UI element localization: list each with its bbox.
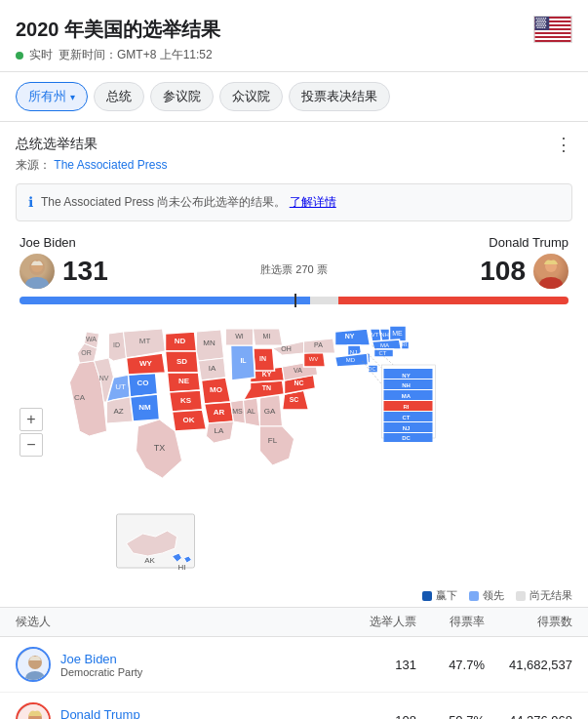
biden-electoral-votes: 131 — [62, 256, 108, 287]
svg-text:AL: AL — [247, 408, 255, 415]
svg-text:VT: VT — [372, 332, 379, 338]
svg-point-24 — [545, 21, 546, 22]
map-controls: + − — [20, 408, 43, 457]
svg-text:OH: OH — [281, 345, 292, 352]
map-legend: 赢下 领先 尚无结果 — [0, 584, 588, 607]
candidates-row: Joe Biden 131 胜选票 270 票 Donal — [16, 235, 572, 289]
svg-point-13 — [545, 18, 546, 19]
svg-text:NV: NV — [99, 375, 109, 381]
zoom-in-button[interactable]: + — [20, 408, 43, 431]
svg-text:DC: DC — [402, 435, 411, 441]
trump-table-avatar — [16, 702, 51, 719]
svg-text:NY: NY — [402, 373, 410, 379]
biden-info: Joe Biden Democratic Party — [60, 652, 142, 678]
svg-text:WI: WI — [235, 333, 244, 340]
svg-text:MT: MT — [139, 337, 151, 345]
svg-text:MO: MO — [210, 385, 222, 394]
page-title-row: 2020 年美国的选举结果 — [16, 16, 572, 43]
section-title-row: 总统选举结果 ⋮ — [16, 134, 572, 155]
svg-text:KY: KY — [262, 371, 272, 378]
biden-electoral-table: 131 — [338, 658, 416, 672]
svg-text:MA: MA — [380, 342, 389, 348]
table-header: 候选人 选举人票 得票率 得票数 — [0, 607, 588, 637]
more-options-button[interactable]: ⋮ — [555, 134, 572, 155]
svg-text:IN: IN — [259, 355, 266, 362]
progress-bar-wrapper — [20, 297, 568, 304]
trump-votes-table: 44,276,968 — [485, 713, 572, 720]
svg-text:MS: MS — [232, 408, 243, 415]
svg-text:NH: NH — [402, 382, 411, 388]
info-icon: ℹ — [28, 194, 33, 210]
trump-table-name[interactable]: Donald Trump — [60, 707, 142, 720]
svg-text:PA: PA — [314, 341, 323, 348]
presidential-section: 总统选举结果 ⋮ 来源： The Associated Press ℹ The … — [0, 122, 588, 316]
svg-text:NH: NH — [380, 332, 389, 338]
svg-text:VA: VA — [294, 367, 302, 374]
svg-text:WY: WY — [139, 359, 153, 368]
legend-no-result: 尚无结果 — [516, 588, 572, 603]
svg-rect-4 — [534, 30, 570, 32]
col-header-electoral: 选举人票 — [338, 614, 416, 630]
svg-point-35 — [545, 25, 546, 26]
svg-point-18 — [544, 20, 545, 20]
map-container: CA OR WA NV ID MT UT CO AZ NM — [0, 320, 588, 584]
tab-president[interactable]: 总统 — [94, 82, 144, 111]
biden-party: Democratic Party — [60, 666, 142, 678]
svg-text:OK: OK — [183, 416, 195, 424]
svg-point-29 — [544, 23, 545, 24]
svg-point-8 — [536, 18, 537, 19]
us-electoral-map: CA OR WA NV ID MT UT CO AZ NM — [8, 324, 580, 578]
biden-table-name[interactable]: Joe Biden — [60, 652, 142, 666]
svg-point-23 — [543, 21, 544, 22]
tabs-bar: 所有州 ▾ 总统 参议院 众议院 投票表决结果 — [0, 72, 588, 122]
col-header-pct: 得票率 — [416, 614, 485, 630]
biden-cell: Joe Biden Democratic Party — [16, 647, 338, 682]
tab-all-states[interactable]: 所有州 ▾ — [16, 82, 88, 111]
svg-point-37 — [538, 26, 539, 27]
svg-rect-5 — [534, 34, 570, 36]
svg-text:NM: NM — [138, 403, 151, 412]
biden-table-avatar — [16, 647, 51, 682]
live-label: 实时 — [29, 47, 53, 63]
svg-text:WA: WA — [86, 336, 97, 342]
biden-avatar — [20, 254, 55, 289]
neutral-progress — [310, 297, 337, 304]
trump-progress — [338, 297, 568, 304]
svg-point-22 — [541, 21, 542, 22]
live-indicator — [16, 52, 23, 60]
info-text: The Associated Press 尚未公布此选举的结果。 — [41, 195, 286, 209]
svg-point-26 — [538, 23, 539, 24]
svg-text:RI: RI — [402, 341, 408, 347]
svg-text:NJ: NJ — [403, 425, 411, 431]
biden-left: Joe Biden 131 — [20, 235, 108, 289]
biden-progress — [20, 297, 310, 304]
col-header-candidate: 候选人 — [16, 614, 338, 630]
svg-point-28 — [542, 23, 543, 24]
tab-house[interactable]: 众议院 — [219, 82, 283, 111]
svg-text:IL: IL — [240, 357, 247, 364]
svg-rect-6 — [534, 38, 570, 40]
svg-text:LA: LA — [215, 426, 224, 435]
legend-won-dot — [422, 591, 432, 601]
svg-text:MI: MI — [263, 333, 271, 340]
svg-text:ID: ID — [113, 341, 120, 348]
page-title: 2020 年美国的选举结果 — [16, 17, 220, 43]
trump-electoral-table: 108 — [338, 713, 416, 720]
svg-text:TN: TN — [262, 384, 271, 391]
tab-senate[interactable]: 参议院 — [150, 82, 214, 111]
biden-name: Joe Biden — [20, 235, 76, 250]
svg-point-20 — [537, 21, 538, 22]
trump-pct-table: 50.7% — [416, 713, 485, 720]
col-header-votes: 得票数 — [485, 614, 572, 630]
legend-leading: 领先 — [469, 588, 504, 603]
svg-text:SD: SD — [176, 357, 187, 366]
info-link[interactable]: 了解详情 — [290, 195, 336, 209]
table-row-trump: Donald Trump Republican Party 108 50.7% … — [0, 693, 588, 719]
zoom-out-button[interactable]: − — [20, 433, 43, 457]
source-link[interactable]: The Associated Press — [54, 158, 167, 172]
threshold-label: 胜选票 270 票 — [108, 262, 481, 277]
svg-text:FL: FL — [268, 436, 278, 445]
trump-avatar — [533, 254, 568, 289]
svg-text:IA: IA — [209, 364, 216, 373]
tab-ballot[interactable]: 投票表决结果 — [289, 82, 390, 111]
